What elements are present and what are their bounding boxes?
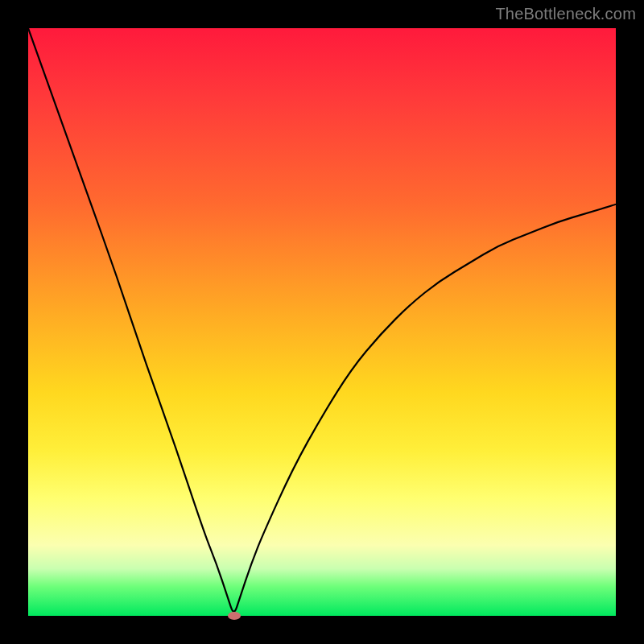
attribution-text: TheBottleneck.com	[495, 5, 636, 23]
bottleneck-curve	[28, 28, 616, 616]
minimum-marker	[228, 612, 241, 620]
plot-area	[28, 28, 616, 616]
chart-stage: TheBottleneck.com	[0, 0, 644, 644]
